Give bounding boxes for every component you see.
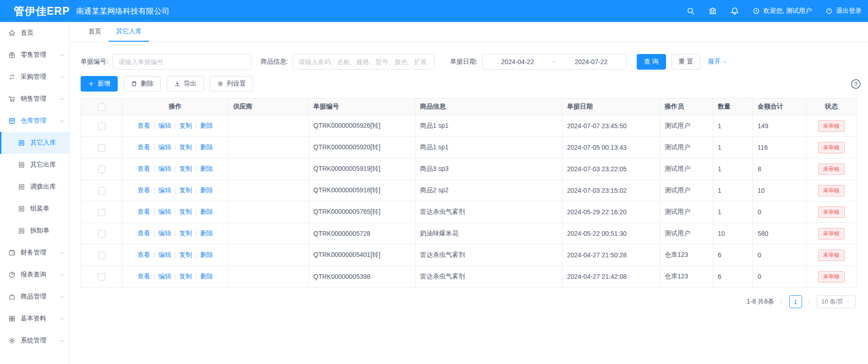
date-from[interactable]: 2024-04-22	[501, 58, 534, 65]
page-size-select[interactable]: 10 条/页	[817, 295, 856, 308]
cell-qty: 1	[713, 137, 753, 158]
action-edit[interactable]: 编辑	[158, 122, 171, 129]
column-header-date: 单据日期	[562, 98, 660, 115]
search-button[interactable]: 查 询	[637, 54, 666, 70]
action-view[interactable]: 查看	[137, 272, 150, 280]
sidebar-item-system[interactable]: 系统管理	[0, 330, 69, 352]
export-button[interactable]: 导出	[167, 76, 204, 92]
action-view[interactable]: 查看	[137, 208, 150, 215]
action-delete[interactable]: 删除	[200, 122, 213, 129]
cell-supplier	[229, 180, 309, 201]
action-view[interactable]: 查看	[137, 122, 150, 129]
action-copy[interactable]: 复制	[179, 272, 192, 280]
cell-operator: 测试用户	[660, 137, 713, 158]
cell-date: 2024-04-27 21:50:28	[562, 244, 660, 266]
current-page-button[interactable]: 1	[789, 295, 802, 308]
sidebar-item-products[interactable]: 商品管理	[0, 286, 69, 308]
cell-doc-no: QTRK00000005728	[309, 223, 415, 244]
action-edit[interactable]: 编辑	[158, 165, 171, 172]
row-checkbox[interactable]	[98, 144, 105, 152]
sidebar-item-basic-data[interactable]: 基本资料	[0, 308, 69, 330]
row-checkbox[interactable]	[98, 187, 105, 195]
sidebar-item-transfer-outbound[interactable]: 调拨出库	[0, 176, 69, 198]
action-view[interactable]: 查看	[137, 143, 150, 151]
sidebar-item-retail[interactable]: 零售管理	[0, 44, 69, 66]
sidebar-item-assembly-order[interactable]: 组装单	[0, 198, 69, 220]
action-delete[interactable]: 删除	[200, 208, 213, 215]
next-page-icon[interactable]: ›	[808, 298, 812, 305]
action-view[interactable]: 查看	[137, 165, 150, 172]
action-edit[interactable]: 编辑	[158, 229, 171, 237]
action-delete[interactable]: 删除	[200, 251, 213, 258]
column-header-product: 商品信息	[415, 98, 562, 115]
action-copy[interactable]: 复制	[179, 186, 192, 194]
link-separator: |	[175, 251, 176, 258]
cell-actions: 查看|编辑|复制|删除	[122, 201, 229, 223]
action-delete[interactable]: 删除	[200, 165, 213, 172]
sidebar-item-disassembly-order[interactable]: 拆卸单	[0, 220, 69, 242]
bell-icon[interactable]	[731, 7, 739, 15]
tab-other-inbound[interactable]: 其它入库	[109, 22, 149, 42]
product-info-input[interactable]	[293, 54, 435, 70]
tab-home[interactable]: 首页	[81, 22, 109, 42]
action-copy[interactable]: 复制	[179, 251, 192, 258]
action-copy[interactable]: 复制	[179, 122, 192, 129]
sidebar-item-finance[interactable]: 财务管理	[0, 242, 69, 264]
cell-select	[81, 223, 122, 244]
action-view[interactable]: 查看	[137, 229, 150, 237]
cell-doc-no: QTRK00000005918[转]	[309, 180, 415, 201]
help-icon[interactable]: ?	[851, 79, 861, 89]
row-checkbox[interactable]	[98, 230, 105, 238]
search-icon[interactable]	[687, 7, 695, 15]
sidebar-item-other-inbound[interactable]: 其它入库	[0, 132, 69, 154]
sidebar-item-warehouse[interactable]: 仓库管理	[0, 110, 69, 132]
action-copy[interactable]: 复制	[179, 229, 192, 237]
doc-no-input[interactable]	[113, 54, 251, 70]
date-range-picker[interactable]: 2024-04-22 ~ 2024-07-22	[482, 54, 627, 70]
sidebar-item-reports[interactable]: 报表查询	[0, 264, 69, 286]
sidebar-item-purchase[interactable]: 采购管理	[0, 66, 69, 88]
cell-doc-no: QTRK00000005926[转]	[309, 115, 415, 137]
row-checkbox[interactable]	[98, 123, 105, 130]
delete-button[interactable]: 删除	[124, 76, 161, 92]
action-copy[interactable]: 复制	[179, 165, 192, 172]
action-edit[interactable]: 编辑	[158, 143, 171, 151]
column-header-amount: 金额合计	[753, 98, 807, 115]
prev-page-icon[interactable]: ‹	[780, 298, 784, 305]
logout-button[interactable]: 退出登录	[825, 7, 862, 15]
add-button[interactable]: 新增	[81, 76, 118, 92]
row-checkbox[interactable]	[98, 252, 105, 259]
sidebar-item-home[interactable]: 首页	[0, 22, 69, 44]
select-all-checkbox[interactable]	[98, 103, 105, 111]
action-edit[interactable]: 编辑	[158, 272, 171, 280]
action-delete[interactable]: 删除	[200, 229, 213, 237]
sidebar-item-sales[interactable]: 销售管理	[0, 88, 69, 110]
action-delete[interactable]: 删除	[200, 186, 213, 194]
action-edit[interactable]: 编辑	[158, 186, 171, 194]
date-to[interactable]: 2024-07-22	[575, 58, 608, 65]
action-delete[interactable]: 删除	[200, 272, 213, 280]
link-separator: |	[175, 229, 176, 237]
cell-operator: 测试用户	[660, 223, 713, 244]
reset-button[interactable]: 重 置	[671, 54, 701, 70]
row-checkbox[interactable]	[98, 166, 105, 173]
row-checkbox[interactable]	[98, 273, 105, 281]
welcome-user[interactable]: 欢迎您, 测试用户	[753, 7, 812, 15]
expand-toggle[interactable]: 展开	[708, 58, 727, 66]
action-copy[interactable]: 复制	[179, 143, 192, 151]
bank-icon[interactable]	[709, 7, 717, 15]
column-settings-button[interactable]: 列设置	[210, 76, 253, 92]
action-delete[interactable]: 删除	[200, 143, 213, 151]
action-edit[interactable]: 编辑	[158, 251, 171, 258]
action-view[interactable]: 查看	[137, 251, 150, 258]
action-copy[interactable]: 复制	[179, 208, 192, 215]
sidebar-item-other-outbound[interactable]: 其它出库	[0, 154, 69, 176]
chevron-down-icon	[60, 97, 65, 102]
gift-icon	[8, 51, 16, 59]
action-view[interactable]: 查看	[137, 186, 150, 194]
cell-product: 商品1 sp1	[415, 115, 562, 137]
action-edit[interactable]: 编辑	[158, 208, 171, 215]
row-checkbox[interactable]	[98, 209, 105, 216]
cell-amount: 8	[753, 158, 807, 180]
cart-icon	[8, 95, 16, 103]
